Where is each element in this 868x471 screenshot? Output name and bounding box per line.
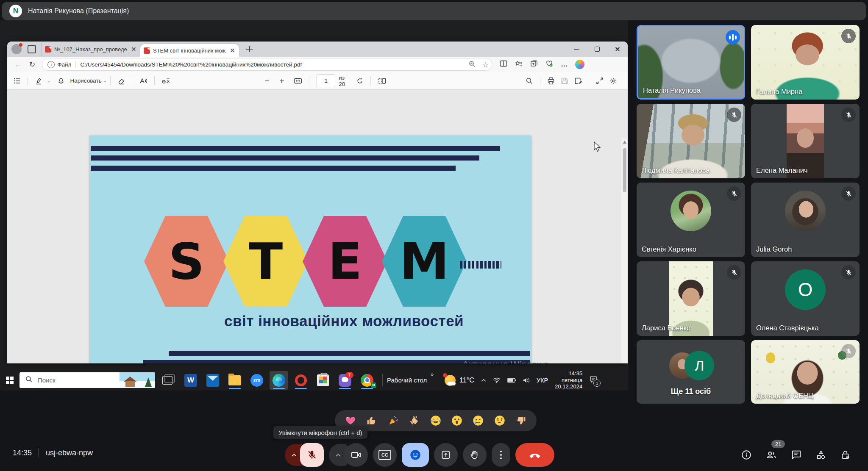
file-info-icon[interactable]: i xyxy=(47,61,55,68)
taskbar-clock[interactable]: 14:35 пятница 20.12.2024 xyxy=(555,370,582,390)
zoom-in-icon[interactable] xyxy=(279,78,285,84)
draw-label[interactable]: Нарисовать xyxy=(70,78,102,84)
raise-hand-button[interactable] xyxy=(463,443,487,467)
weather-widget[interactable]: 11°C xyxy=(445,375,474,386)
fullscreen-icon[interactable] xyxy=(596,77,604,85)
reload-icon[interactable]: ↻ xyxy=(29,60,35,69)
mic-muted-button[interactable] xyxy=(300,443,324,467)
tab-close-icon[interactable] xyxy=(230,47,236,53)
split-screen-icon[interactable] xyxy=(500,60,507,69)
party-popper-emoji[interactable] xyxy=(387,414,400,427)
participants-icon[interactable]: 21 xyxy=(765,449,777,460)
maximize-button[interactable] xyxy=(587,42,607,57)
thumbs-up-emoji[interactable] xyxy=(365,414,378,427)
tile-yevheniia-khariienko[interactable]: Євгенія Харієнко xyxy=(637,183,745,257)
captions-button[interactable]: CC xyxy=(373,443,397,467)
wifi-icon[interactable] xyxy=(493,377,501,383)
scroll-up-icon[interactable] xyxy=(623,141,626,144)
host-controls-lock-icon[interactable] xyxy=(840,449,851,460)
tile-natalia-rykunova[interactable]: Наталія Рикунова xyxy=(637,25,745,100)
activities-icon[interactable] xyxy=(815,449,826,460)
task-view-icon[interactable] xyxy=(162,376,172,385)
taskbar-word-icon[interactable]: W xyxy=(181,371,200,390)
zoom-out-page-icon[interactable] xyxy=(469,61,476,69)
tile-larysa-boenko[interactable]: Лариса Боенко xyxy=(637,261,745,336)
taskbar-mail-icon[interactable] xyxy=(203,371,222,390)
taskbar-chrome-meet-icon[interactable]: N xyxy=(358,371,376,390)
pdf-canvas[interactable]: S T E M світ інноваційних можливостей Ак… xyxy=(7,90,628,363)
collections-icon[interactable] xyxy=(530,60,538,69)
tile-donetskyi-oenc[interactable]: Донецький ОЕНЦ xyxy=(751,340,860,404)
language-indicator[interactable]: УКР xyxy=(537,377,548,384)
crying-face-emoji[interactable] xyxy=(472,414,484,427)
face-with-tears-of-joy-emoji[interactable] xyxy=(429,414,442,427)
draw-pen-icon[interactable] xyxy=(57,77,65,85)
print-icon[interactable] xyxy=(547,77,555,85)
notification-center-icon[interactable]: 1 xyxy=(589,376,598,385)
favorites-bar-icon[interactable] xyxy=(515,60,523,69)
save-as-icon[interactable] xyxy=(574,77,582,85)
taskbar-edge-icon[interactable] xyxy=(270,371,288,390)
tile-liudmyla-kapitanova[interactable]: Людмила Капітанова xyxy=(637,104,745,178)
read-aloud-icon[interactable] xyxy=(139,77,147,85)
toolbar-overflow-chevron[interactable]: » xyxy=(431,371,434,377)
search-document-icon[interactable] xyxy=(526,77,533,85)
settings-more-icon[interactable]: … xyxy=(561,61,568,68)
thinking-face-emoji[interactable] xyxy=(493,414,506,427)
scrollbar-thumb[interactable] xyxy=(623,148,626,192)
page-view-icon[interactable] xyxy=(378,77,386,85)
tile-elena-malanych[interactable]: Елена Маланич xyxy=(751,104,860,178)
search-highlight-image[interactable] xyxy=(120,372,155,388)
clapping-hands-emoji[interactable] xyxy=(408,414,421,427)
camera-button[interactable] xyxy=(344,443,368,467)
highlighter-chevron-icon[interactable]: ⌄ xyxy=(47,79,50,83)
thumbs-down-emoji[interactable] xyxy=(515,414,527,427)
rotate-icon[interactable] xyxy=(356,77,364,85)
chat-icon[interactable] xyxy=(791,449,802,460)
reactions-button-active[interactable] xyxy=(402,443,429,467)
start-button[interactable] xyxy=(0,370,19,391)
fit-width-icon[interactable] xyxy=(294,78,302,84)
favorite-star-icon[interactable]: ☆ xyxy=(482,61,488,69)
close-button[interactable] xyxy=(607,42,628,57)
battery-icon[interactable] xyxy=(507,378,516,383)
astonished-face-emoji[interactable] xyxy=(451,414,463,427)
address-bar[interactable]: i Файл C:/Users/45454/Downloads/STEM%20%… xyxy=(42,58,492,71)
tile-olena-stavrietska[interactable]: О Олена Ставрієцька xyxy=(751,261,860,336)
minimize-button[interactable] xyxy=(567,42,587,57)
translate-icon[interactable] xyxy=(161,77,170,85)
desktop-toolbar[interactable]: » Рабочий стол xyxy=(387,377,434,384)
zoom-out-icon[interactable] xyxy=(264,78,270,84)
tile-galyna-myrna[interactable]: Галина Мирна xyxy=(751,25,860,100)
end-call-button[interactable] xyxy=(515,443,554,467)
taskbar-store-icon[interactable] xyxy=(314,371,332,390)
workspaces-icon[interactable] xyxy=(28,45,36,53)
browser-tab-1[interactable]: №_107_Наказ_про_проведення_ xyxy=(41,43,140,55)
highlighter-icon[interactable] xyxy=(35,77,42,85)
browser-tab-2-active[interactable]: STEM світ інноваційних можлив xyxy=(140,44,239,57)
eraser-icon[interactable] xyxy=(117,77,125,85)
taskbar-viber-icon[interactable]: 7 xyxy=(336,371,354,390)
info-icon[interactable] xyxy=(741,449,752,460)
tray-chevron-icon[interactable] xyxy=(481,378,487,382)
draw-chevron-icon[interactable]: ⌄ xyxy=(103,79,107,83)
present-button[interactable] xyxy=(434,443,458,467)
copilot-icon[interactable] xyxy=(575,60,584,69)
taskbar-search[interactable]: Поиск xyxy=(19,372,155,388)
taskbar-opera-icon[interactable] xyxy=(292,371,310,390)
tile-julia-goroh[interactable]: Julia Goroh xyxy=(751,183,860,257)
new-tab-button[interactable] xyxy=(245,44,254,54)
tile-more-participants[interactable]: Л Ще 11 осіб xyxy=(637,340,745,404)
browser-profile-icon[interactable] xyxy=(11,44,22,54)
taskbar-explorer-icon[interactable] xyxy=(225,371,244,390)
pdf-scrollbar[interactable] xyxy=(621,138,628,363)
tab-close-icon[interactable] xyxy=(131,46,137,52)
browser-essentials-icon[interactable] xyxy=(545,60,553,69)
volume-icon[interactable] xyxy=(523,377,530,383)
more-options-button[interactable] xyxy=(492,443,510,467)
pdf-settings-gear-icon[interactable] xyxy=(609,77,617,85)
page-number-input[interactable] xyxy=(317,75,335,87)
sparkling-heart-emoji[interactable] xyxy=(344,414,357,427)
back-icon[interactable]: ← xyxy=(14,60,22,69)
toc-icon[interactable] xyxy=(13,77,21,85)
